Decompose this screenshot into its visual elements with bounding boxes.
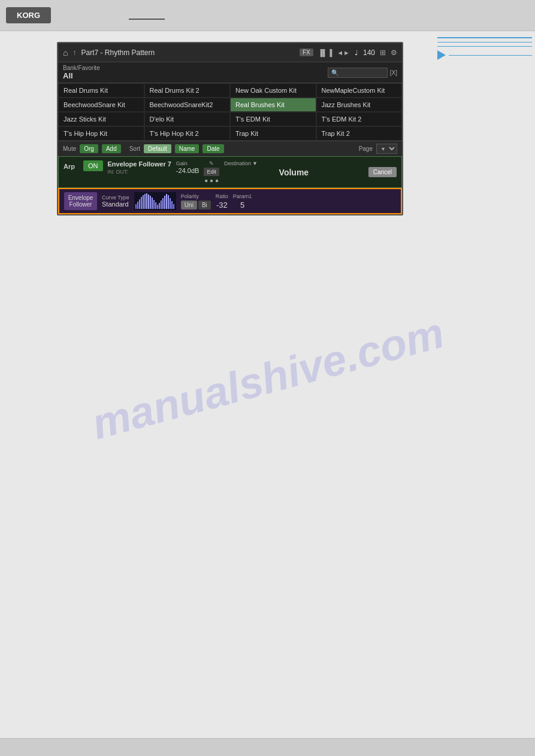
svg-rect-22 <box>173 204 174 209</box>
svg-rect-12 <box>155 202 156 209</box>
curve-type-value: Standard <box>102 201 129 208</box>
svg-rect-13 <box>157 205 158 209</box>
waveform-display <box>134 192 176 210</box>
tab-2[interactable] <box>93 11 129 20</box>
arp-info-block: Envelope Follower 7 IN: OUT: <box>108 160 171 175</box>
svg-rect-7 <box>146 193 147 209</box>
kit-cell-13[interactable]: T's Hip Hop Kit 2 <box>144 126 231 141</box>
sort-bar: Mute Org Add Sort Default Name Date Page… <box>58 141 402 156</box>
main-content-area: ⌂ ↑ Part7 - Rhythm Pattern FX ▐▌▐ ◄► ♩ 1… <box>0 42 431 215</box>
arp-cancel-button[interactable]: Cancel <box>368 167 397 177</box>
page-label: Page <box>359 145 373 152</box>
svg-rect-5 <box>143 195 144 209</box>
uni-polarity-button[interactable]: Uni <box>181 201 197 210</box>
grid-icon[interactable]: ⊞ <box>380 48 386 57</box>
kit-cell-11[interactable]: T's EDM Kit 2 <box>316 112 403 126</box>
kit-cell-12[interactable]: T's Hip Hop Kit <box>58 126 144 141</box>
kit-cell-9[interactable]: D'elo Kit <box>144 112 231 126</box>
svg-rect-11 <box>153 200 155 209</box>
svg-rect-19 <box>168 195 169 209</box>
arp-gain-label: Gain <box>176 160 200 166</box>
tab-4[interactable] <box>165 11 201 20</box>
default-sort-button[interactable]: Default <box>144 144 171 153</box>
curve-type-block: Curve Type Standard <box>102 195 129 208</box>
fx-badge[interactable]: FX <box>300 48 313 56</box>
kit-cell-0[interactable]: Real Drums Kit <box>58 83 144 98</box>
page-dropdown[interactable]: ▾ <box>376 144 397 154</box>
gear-icon[interactable]: ⚙ <box>391 48 397 57</box>
arp-gain-value: -24.0dB <box>176 167 200 174</box>
kit-cell-7[interactable]: Jazz Brushes Kit <box>316 98 403 112</box>
bi-polarity-button[interactable]: Bi <box>198 201 211 210</box>
curve-type-label: Curve Type <box>102 195 129 201</box>
bank-label: Bank/Favorite <box>63 65 100 71</box>
polarity-label: Polarity <box>181 193 211 199</box>
name-sort-button[interactable]: Name <box>175 144 200 153</box>
kit-cell-15[interactable]: Trap Kit 2 <box>316 126 403 141</box>
arp-gain-block: Gain -24.0dB <box>176 160 200 174</box>
kit-cell-4[interactable]: BeechwoodSnare Kit <box>58 98 144 112</box>
edit-icon: ✎ <box>209 160 214 166</box>
kit-cell-6[interactable]: Real Brushes Kit <box>230 98 316 112</box>
kit-cell-2[interactable]: New Oak Custom Kit <box>230 83 316 98</box>
ratio-block: Ratio -32 <box>216 193 228 210</box>
param1-label: Param1 <box>233 193 252 199</box>
param1-value: 5 <box>233 201 252 210</box>
kit-cell-10[interactable]: T's EDM Kit <box>230 112 316 126</box>
envelope-follower-section: Envelope Follower Curve Type Standard <box>58 188 402 214</box>
synth-header-bar: ⌂ ↑ Part7 - Rhythm Pattern FX ▐▌▐ ◄► ♩ 1… <box>58 43 402 62</box>
arp-in-out: IN: OUT: <box>108 169 171 175</box>
svg-rect-17 <box>164 196 165 209</box>
arp-label: Arp <box>64 160 78 170</box>
svg-rect-1 <box>135 204 137 209</box>
arp-edit-button[interactable]: Edit <box>204 168 219 176</box>
watermark: manualshive.com <box>86 308 449 449</box>
tab-1[interactable] <box>57 11 93 20</box>
kit-cell-3[interactable]: NewMapleCustom Kit <box>316 83 403 98</box>
kit-cell-1[interactable]: Real Drums Kit 2 <box>144 83 231 98</box>
svg-rect-10 <box>152 198 153 209</box>
envelope-follower-label-line2: Follower <box>69 201 92 208</box>
sidebar-play-button[interactable] <box>437 50 532 60</box>
kit-cell-5[interactable]: BeechwoodSnareKit2 <box>144 98 231 112</box>
bank-selector: Bank/Favorite All 🔍 [X] <box>58 62 402 83</box>
svg-rect-6 <box>144 194 146 209</box>
svg-rect-8 <box>148 195 149 209</box>
active-tab-button[interactable]: KORG <box>6 7 51 23</box>
right-sidebar <box>434 31 535 738</box>
org-button[interactable]: Org <box>80 144 98 153</box>
bank-search-input[interactable]: 🔍 <box>328 68 388 78</box>
dest-dropdown-icon[interactable]: ▼ <box>252 160 258 166</box>
envelope-follower-button[interactable]: Envelope Follower <box>64 192 97 210</box>
bars-icon: ▐▌▐ <box>318 49 332 56</box>
svg-rect-20 <box>170 198 171 209</box>
arp-dots: ● ● ● <box>204 177 219 184</box>
waveform-svg <box>134 192 176 210</box>
arp-name: Envelope Follower 7 <box>108 160 171 168</box>
kit-cell-14[interactable]: Trap Kit <box>230 126 316 141</box>
mute-label: Mute <box>63 145 76 152</box>
date-sort-button[interactable]: Date <box>202 144 223 153</box>
synth-interface: ⌂ ↑ Part7 - Rhythm Pattern FX ▐▌▐ ◄► ♩ 1… <box>57 42 403 215</box>
polarity-block: Polarity Uni Bi <box>181 193 211 210</box>
svg-rect-16 <box>162 198 164 209</box>
add-button[interactable]: Add <box>102 144 121 153</box>
kit-cell-8[interactable]: Jazz Sticks Kit <box>58 112 144 126</box>
back-icon[interactable]: ↑ <box>72 48 76 57</box>
top-navigation-bar: KORG <box>0 0 535 31</box>
sidebar-line-2 <box>437 42 532 42</box>
tab-5[interactable] <box>201 11 237 20</box>
svg-rect-18 <box>166 194 167 209</box>
home-icon[interactable]: ⌂ <box>63 48 68 57</box>
svg-rect-4 <box>141 197 142 209</box>
tab-6[interactable] <box>237 11 273 20</box>
svg-rect-9 <box>150 196 151 209</box>
tempo-icon: ♩ <box>355 48 358 57</box>
sidebar-line-3 <box>437 46 532 47</box>
arp-on-button[interactable]: ON <box>83 160 103 171</box>
tab-3[interactable] <box>129 11 165 20</box>
synth-title: Part7 - Rhythm Pattern <box>81 48 295 57</box>
svg-rect-21 <box>171 201 173 209</box>
bank-x-button[interactable]: [X] <box>390 69 397 76</box>
polarity-buttons: Uni Bi <box>181 201 211 210</box>
